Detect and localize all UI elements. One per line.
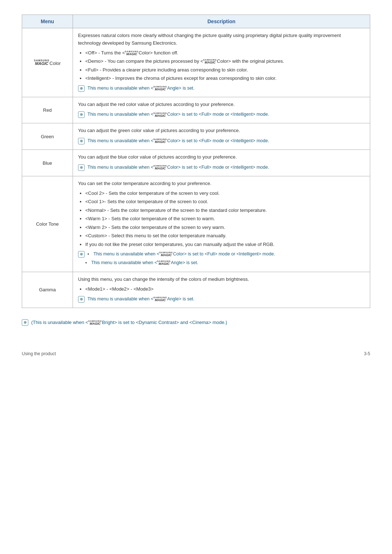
table-row: GammaUsing this menu, you can change the… bbox=[22, 272, 370, 308]
bullet-item: <Warm 1> - Sets the color temperature of… bbox=[85, 215, 365, 222]
note-icon: ⊗ bbox=[78, 296, 85, 303]
note-icon: ⊗ bbox=[78, 138, 85, 144]
note-text: This menu is unavailable when <SAMSUNGMA… bbox=[87, 85, 195, 92]
menu-cell: Blue bbox=[22, 150, 73, 176]
note-icon: ⊗ bbox=[78, 85, 85, 92]
desc-cell: You can adjust the blue color value of p… bbox=[73, 150, 370, 176]
bullet-item: <Full> - Provides a clearer picture incl… bbox=[85, 66, 365, 74]
bullet-item: <Demo> - You can compare the pictures pr… bbox=[85, 58, 365, 65]
menu-cell: Gamma bbox=[22, 272, 73, 308]
desc-bullets: <Cool 2> - Sets the color temperature of… bbox=[85, 190, 365, 248]
desc-intro: You can adjust the blue color value of p… bbox=[78, 153, 365, 161]
menu-cell: Red bbox=[22, 97, 73, 123]
table-row: RedYou can adjust the red color value of… bbox=[22, 97, 370, 123]
bottom-note: ⊗ (This is unavailable when <SAMSUNGMAGI… bbox=[22, 319, 370, 326]
desc-intro: You can adjust the red color value of pi… bbox=[78, 101, 365, 108]
table-row: Color ToneYou can set the color temperat… bbox=[22, 176, 370, 272]
bullet-item: <Cool 2> - Sets the color temperature of… bbox=[85, 190, 365, 197]
col-header-menu: Menu bbox=[22, 15, 73, 28]
col-header-description: Description bbox=[73, 15, 370, 28]
note-icon: ⊗ bbox=[78, 164, 85, 171]
note-text: This menu is unavailable when <SAMSUNGMA… bbox=[91, 259, 198, 266]
bullet-item: <Off> - Turns the <SAMSUNGMAGICColor> fu… bbox=[85, 49, 365, 57]
note-text: This menu is unavailable when <SAMSUNGMA… bbox=[93, 251, 275, 258]
page-content: Menu Description SAMSUNGMAGICColorExpres… bbox=[22, 15, 370, 356]
bullet-item: If you do not like the preset color temp… bbox=[85, 241, 365, 248]
table-row: GreenYou can adjust the green color valu… bbox=[22, 123, 370, 150]
bullet-item: <Normal> - Sets the color temperature of… bbox=[85, 207, 365, 214]
footer-left: Using the product bbox=[22, 351, 56, 356]
bullet-item: <Warm 2> - Sets the color temperature of… bbox=[85, 224, 365, 231]
note-text: This menu is unavailable when <SAMSUNGMA… bbox=[87, 296, 195, 303]
table-row: BlueYou can adjust the blue color value … bbox=[22, 150, 370, 176]
footer: Using the product 3-5 bbox=[22, 348, 370, 356]
bullet-item: <Cool 1>- Sets the color temperature of … bbox=[85, 198, 365, 205]
note-icon: ⊗ bbox=[78, 111, 85, 118]
note-line: •This menu is unavailable when <SAMSUNGM… bbox=[85, 259, 365, 267]
footer-right: 3-5 bbox=[364, 351, 370, 356]
desc-bullets: <Off> - Turns the <SAMSUNGMAGICColor> fu… bbox=[85, 49, 365, 82]
note-line: ⊗This menu is unavailable when <SAMSUNGM… bbox=[78, 164, 365, 171]
note-line: ⊗This menu is unavailable when <SAMSUNGM… bbox=[78, 85, 365, 92]
note-icon: ⊗ bbox=[78, 251, 85, 258]
desc-intro: Using this menu, you can change the inte… bbox=[78, 276, 365, 283]
menu-cell: SAMSUNGMAGICColor bbox=[22, 28, 73, 97]
desc-intro: You can adjust the green color value of … bbox=[78, 127, 365, 135]
desc-bullets: <Mode1> - <Mode2> - <Mode3> bbox=[85, 286, 365, 293]
menu-cell: Green bbox=[22, 123, 73, 150]
bullet-item: <Custom> - Select this menu to set the c… bbox=[85, 232, 365, 239]
desc-intro: You can set the color temperature accord… bbox=[78, 180, 365, 188]
note-text: This menu is unavailable when <SAMSUNGMA… bbox=[87, 111, 269, 118]
bullet-item: <Intelligent> - Improves the chroma of p… bbox=[85, 75, 365, 82]
desc-cell: Expresses natural colors more clearly wi… bbox=[73, 28, 370, 97]
note-line: ⊗This menu is unavailable when <SAMSUNGM… bbox=[78, 296, 365, 303]
bottom-note-icon: ⊗ bbox=[22, 319, 28, 326]
desc-cell: Using this menu, you can change the inte… bbox=[73, 272, 370, 308]
note-text: This menu is unavailable when <SAMSUNGMA… bbox=[87, 138, 269, 144]
note-line: ⊗•This menu is unavailable when <SAMSUNG… bbox=[78, 251, 365, 258]
desc-cell: You can adjust the red color value of pi… bbox=[73, 97, 370, 123]
main-table: Menu Description SAMSUNGMAGICColorExpres… bbox=[22, 15, 370, 308]
note-line: ⊗This menu is unavailable when <SAMSUNGM… bbox=[78, 111, 365, 118]
bullet-item: <Mode1> - <Mode2> - <Mode3> bbox=[85, 286, 365, 293]
table-row: SAMSUNGMAGICColorExpresses natural color… bbox=[22, 28, 370, 97]
bottom-note-text: (This is unavailable when <SAMSUNGMAGICB… bbox=[31, 319, 227, 326]
note-text: This menu is unavailable when <SAMSUNGMA… bbox=[87, 164, 269, 171]
desc-cell: You can set the color temperature accord… bbox=[73, 176, 370, 272]
note-line: ⊗This menu is unavailable when <SAMSUNGM… bbox=[78, 138, 365, 144]
menu-cell: Color Tone bbox=[22, 176, 73, 272]
desc-intro: Expresses natural colors more clearly wi… bbox=[78, 32, 365, 47]
desc-cell: You can adjust the green color value of … bbox=[73, 123, 370, 150]
